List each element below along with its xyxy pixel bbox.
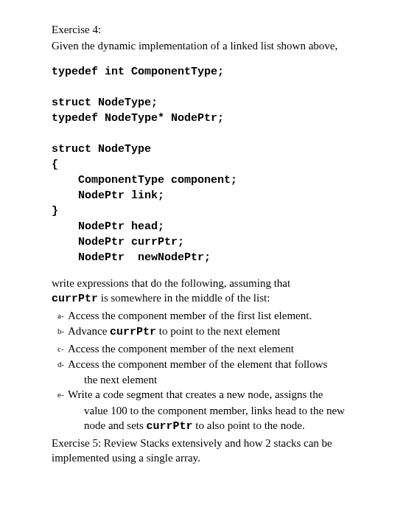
instruction-pre: write expressions that do the following,…: [52, 277, 290, 289]
code-line: NodePtr head;: [52, 220, 164, 233]
item-marker: d-: [57, 357, 68, 370]
item-continuation: node and sets currPtr to also point to t…: [84, 418, 383, 434]
exercise-4-title: Exercise 4:: [52, 22, 383, 37]
item-text: Access the component member of the next …: [68, 341, 383, 356]
item-text: Access the component member of the first…: [68, 308, 383, 323]
code-line: NodePtr newNodePtr;: [52, 251, 211, 264]
exercise-5: Exercise 5: Review Stacks extensively an…: [52, 436, 383, 466]
list-item: e- Write a code segment that creates a n…: [57, 387, 383, 402]
item-marker: e-: [57, 387, 68, 400]
list-item: a- Access the component member of the fi…: [57, 308, 383, 323]
code-line: NodePtr currPtr;: [52, 236, 184, 248]
item-marker: b-: [57, 324, 68, 337]
item-code: currPtr: [110, 326, 156, 338]
item-continuation: the next element: [84, 372, 383, 387]
code-line: typedef NodeType* NodePtr;: [52, 112, 224, 125]
item-text: Access the component member of the eleme…: [68, 357, 383, 372]
list-item: b- Advance currPtr to point to the next …: [57, 324, 383, 340]
item-pre: Advance: [68, 325, 110, 337]
instruction-post: is somewhere in the middle of the list:: [98, 292, 270, 304]
exercise-5-line: implemented using a single array.: [52, 450, 383, 465]
item-text: Write a code segment that creates a new …: [68, 387, 383, 402]
code-line: NodePtr link;: [52, 189, 164, 202]
code-block: typedef int ComponentType; struct NodeTy…: [52, 64, 383, 265]
exercise-4-list: a- Access the component member of the fi…: [57, 308, 383, 434]
item-marker: a-: [57, 308, 68, 321]
item-code: currPtr: [147, 420, 193, 433]
exercise-4-intro: Given the dynamic implementation of a li…: [52, 38, 383, 53]
item-post: to point to the next element: [156, 325, 280, 337]
code-line: struct NodeType: [52, 143, 151, 156]
code-line: typedef int ComponentType;: [52, 66, 224, 78]
item-post: to also point to the node.: [193, 419, 305, 431]
list-item: c- Access the component member of the ne…: [57, 341, 383, 356]
instruction-code: currPtr: [52, 293, 98, 305]
code-line: ComponentType component;: [52, 174, 237, 186]
item-text: Advance currPtr to point to the next ele…: [68, 324, 383, 340]
code-line: struct NodeType;: [52, 97, 158, 109]
exercise-5-line: Exercise 5: Review Stacks extensively an…: [52, 436, 383, 450]
item-pre: node and sets: [84, 419, 147, 431]
code-line: {: [52, 158, 58, 171]
list-item: d- Access the component member of the el…: [57, 357, 383, 372]
instruction: write expressions that do the following,…: [52, 276, 383, 307]
item-continuation: value 100 to the component member, links…: [84, 403, 383, 418]
code-line: }: [52, 205, 58, 217]
item-marker: c-: [57, 341, 68, 355]
